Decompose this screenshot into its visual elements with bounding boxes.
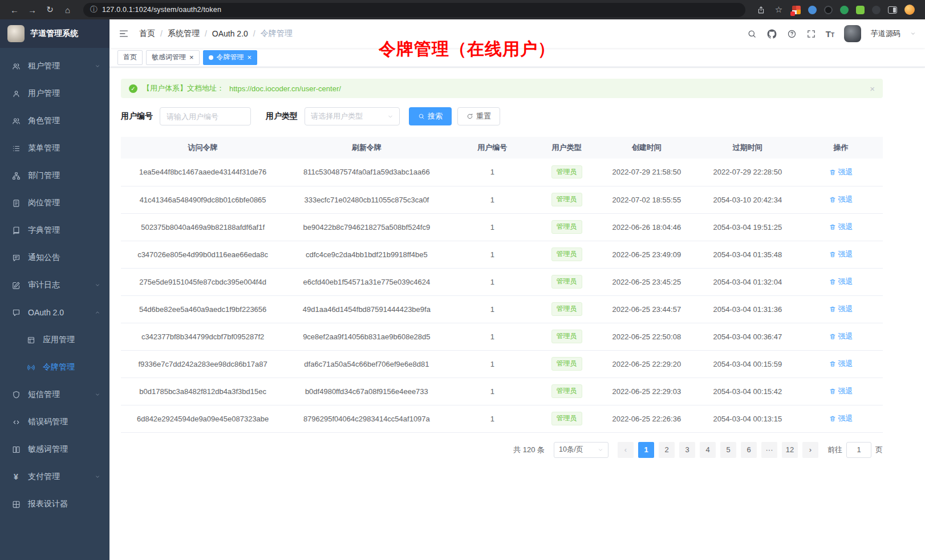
force-logout-button[interactable]: 强退 (829, 359, 853, 369)
close-icon[interactable]: × (189, 54, 194, 61)
select-placeholder: 请选择用户类型 (311, 111, 363, 121)
force-logout-button[interactable]: 强退 (829, 304, 853, 314)
back-icon[interactable]: ← (7, 2, 22, 17)
book-icon (12, 226, 21, 235)
sidebar-item-dict[interactable]: 字典管理 (0, 217, 109, 244)
chevron-down-icon (387, 113, 393, 120)
user-type-badge: 管理员 (551, 275, 582, 288)
page-button[interactable]: 4 (700, 442, 716, 458)
user-type-badge: 管理员 (551, 384, 582, 397)
reload-icon[interactable]: ↻ (42, 2, 58, 17)
user-id-input[interactable] (160, 107, 251, 125)
sidebar-item-sensitive-word[interactable]: 敏感词管理 (0, 436, 109, 463)
browser-profile-avatar[interactable] (904, 5, 915, 15)
sidebar-item-audit-log[interactable]: 审计日志 (0, 271, 109, 299)
user-type-select[interactable]: 请选择用户类型 (305, 107, 400, 125)
font-size-icon[interactable]: TT (826, 30, 834, 38)
force-logout-button[interactable]: 强退 (829, 386, 853, 396)
sidebar-item-error-code[interactable]: 错误码管理 (0, 408, 109, 436)
page-button[interactable]: 3 (679, 442, 695, 458)
tab-sensitive-word[interactable]: 敏感词管理 × (146, 50, 200, 65)
shield-extension-icon[interactable] (872, 6, 881, 14)
close-icon[interactable]: × (248, 54, 252, 61)
alert-close-icon[interactable]: × (870, 84, 875, 94)
url-bar[interactable]: ⓘ 127.0.0.1:1024/system/oauth2/token (83, 3, 745, 17)
active-tab-dot (209, 55, 213, 60)
breadcrumb-item[interactable]: OAuth 2.0 (212, 29, 248, 38)
access-token-cell: 275e5de9151045fe87cbdc395e004f4d (121, 268, 285, 295)
expire-time-cell: 2054-03-10 20:42:34 (696, 186, 799, 213)
refresh-token-cell: be90422b8c7946218275a508bf524fc9 (285, 213, 448, 241)
search-button[interactable]: 搜索 (409, 107, 452, 125)
user-type-cell: 管理员 (536, 213, 597, 241)
yen-icon: ¥ (14, 472, 18, 481)
sidebar-item-payment[interactable]: ¥ 支付管理 (0, 463, 109, 490)
page-button[interactable]: 5 (720, 442, 736, 458)
fullscreen-icon[interactable] (806, 29, 816, 39)
side-panel-icon[interactable] (888, 6, 897, 14)
force-logout-button[interactable]: 强退 (829, 277, 853, 287)
sidebar-item-tenant[interactable]: 租户管理 (0, 52, 109, 80)
help-icon[interactable] (787, 29, 797, 39)
force-logout-button[interactable]: 强退 (829, 413, 853, 424)
sidebar-item-user[interactable]: 用户管理 (0, 80, 109, 107)
sidebar-item-notice[interactable]: 通知公告 (0, 244, 109, 271)
page-button[interactable]: 1 (638, 442, 654, 458)
goto-page-input[interactable] (846, 442, 871, 458)
bookmark-star-icon[interactable]: ☆ (771, 2, 786, 17)
success-check-icon: ✓ (129, 84, 137, 93)
force-logout-button[interactable]: 强退 (829, 194, 853, 205)
page-size-select[interactable]: 10条/页 (554, 442, 608, 458)
role-users-icon (12, 117, 21, 125)
tab-token-management[interactable]: 令牌管理 × (203, 50, 258, 65)
user-type-badge: 管理员 (551, 302, 582, 315)
green-extension-icon[interactable] (840, 6, 849, 14)
sidebar-item-dept[interactable]: 部门管理 (0, 162, 109, 189)
column-header: 访问令牌 (121, 137, 285, 159)
sidebar-item-menu[interactable]: 菜单管理 (0, 135, 109, 162)
force-logout-button[interactable]: 强退 (829, 167, 853, 177)
blue-extension-icon[interactable] (808, 6, 817, 14)
breadcrumb-item[interactable]: 首页 (139, 29, 155, 39)
page-button[interactable]: 2 (659, 442, 675, 458)
sidebar-item-sms[interactable]: 短信管理 (0, 381, 109, 408)
pixel-extension-icon[interactable] (792, 6, 801, 14)
sidebar-item-label: 应用管理 (43, 335, 75, 345)
forward-icon[interactable]: → (25, 2, 40, 17)
site-info-icon[interactable]: ⓘ (90, 5, 98, 15)
doc-link[interactable]: https://doc.iocoder.cn/user-center/ (229, 84, 341, 93)
green-puzzle-extension-icon[interactable] (856, 6, 865, 14)
dark-extension-icon[interactable] (824, 6, 833, 14)
user-icon (12, 90, 21, 98)
search-icon (418, 113, 425, 120)
sidebar-item-post[interactable]: 岗位管理 (0, 189, 109, 217)
user-avatar[interactable] (844, 25, 861, 42)
sidebar-item-oauth-token[interactable]: 令牌管理 (0, 354, 109, 381)
collapse-sidebar-icon[interactable] (119, 29, 129, 39)
force-logout-button[interactable]: 强退 (829, 331, 853, 342)
username[interactable]: 芋道源码 (871, 29, 900, 39)
breadcrumb-item[interactable]: 系统管理 (168, 29, 200, 39)
table-header-row: 访问令牌 刷新令牌 用户编号 用户类型 创建时间 过期时间 操作 (121, 137, 883, 159)
app-logo[interactable]: 芋道管理系统 (0, 19, 109, 48)
force-logout-button[interactable]: 强退 (829, 249, 853, 259)
more-pages-button[interactable]: ··· (761, 442, 777, 458)
sidebar-item-oauth-app[interactable]: 应用管理 (0, 326, 109, 354)
tab-home[interactable]: 首页 (117, 50, 143, 65)
sidebar-item-role[interactable]: 角色管理 (0, 107, 109, 135)
doc-alert: ✓ 【用户体系】文档地址： https://doc.iocoder.cn/use… (121, 79, 883, 98)
chevron-down-icon[interactable] (910, 31, 916, 36)
reset-button[interactable]: 重置 (457, 107, 500, 125)
force-logout-button[interactable]: 强退 (829, 222, 853, 232)
sidebar-item-oauth[interactable]: OAuth 2.0 (0, 299, 109, 326)
prev-page-button[interactable]: ‹ (618, 442, 634, 458)
search-icon[interactable] (747, 29, 757, 39)
page-button[interactable]: 12 (782, 442, 798, 458)
sidebar-item-report-designer[interactable]: 报表设计器 (0, 490, 109, 518)
home-icon[interactable]: ⌂ (60, 2, 75, 17)
share-icon[interactable] (753, 2, 769, 17)
next-page-button[interactable]: › (802, 442, 818, 458)
github-icon[interactable] (766, 29, 777, 39)
page-button[interactable]: 6 (741, 442, 757, 458)
column-header: 用户类型 (536, 137, 597, 159)
